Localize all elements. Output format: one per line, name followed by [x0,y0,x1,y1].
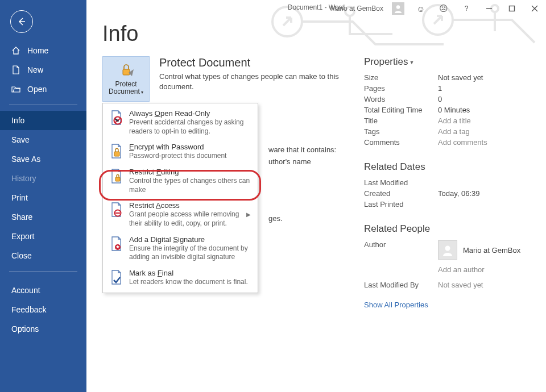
property-value[interactable]: Add a title [438,116,471,125]
maximize-button[interactable] [500,0,523,17]
inspect-document-partial: ware that it contains: uthor's name [268,144,336,168]
menu-item-always-open-read-only[interactable]: Always Open Read-Only Prevent accidental… [103,106,258,139]
menu-item-encrypt-with-password[interactable]: Encrypt with Password Password-protect t… [103,139,258,164]
button-label: Protect [115,80,136,88]
property-row: Words0 [364,94,546,105]
sidebar-item-home[interactable]: Home [0,41,86,60]
sidebar-item-save[interactable]: Save [0,130,86,149]
digital-signature-icon [109,236,123,253]
properties-panel: Properties▼ SizeNot saved yetPages1Words… [364,56,546,309]
svg-rect-7 [123,69,130,75]
home-icon [11,46,20,55]
help-button[interactable]: ? [455,0,478,17]
sidebar-label: New [27,65,43,74]
date-row: Last Modified [364,177,546,188]
smile-icon: ☺ [416,4,425,14]
menu-item-desc: Password-protect this document [129,152,252,161]
sidebar-item-save-as[interactable]: Save As [0,149,86,169]
menu-item-restrict-access[interactable]: Restrict Access Grant people access whil… [103,198,258,231]
property-value[interactable]: Add comments [438,138,487,147]
section-heading: Protect Document [159,56,341,69]
sidebar-separator [9,105,77,105]
sidebar-label: Info [11,116,24,125]
date-row: CreatedToday, 06:39 [364,188,546,199]
property-value: 1 [438,84,442,93]
sidebar-item-history: History [0,169,86,188]
author-entry[interactable]: Mario at GemBox [438,240,520,260]
menu-item-mark-as-final[interactable]: Mark as Final Let readers know the docum… [103,265,258,290]
menu-item-desc: Control the types of changes others can … [129,177,252,194]
svg-rect-11 [115,177,120,181]
sidebar-label: Print [11,193,28,202]
sidebar-label: Account [11,286,40,295]
sidebar-label: Save As [11,155,40,164]
property-value[interactable]: Add a tag [438,127,470,136]
sidebar-item-feedback[interactable]: Feedback [0,300,86,319]
protect-document-menu: Always Open Read-Only Prevent accidental… [102,103,258,293]
chevron-down-icon: ▾ [140,90,143,95]
svg-rect-6 [510,6,515,11]
readonly-icon [109,110,123,127]
menu-item-restrict-editing[interactable]: Restrict Editing Control the types of ch… [103,164,258,198]
sidebar-label: Options [11,324,39,333]
menu-item-title: Add a Digital Signature [129,235,252,244]
sidebar-label: Feedback [11,305,46,314]
protect-shield-icon [118,62,135,78]
menu-item-add-digital-signature[interactable]: Add a Digital Signature Ensure the integ… [103,232,258,265]
property-label: Size [364,73,438,82]
mark-final-icon [109,270,123,287]
backstage-sidebar: Home New Open Info Save Save As History … [0,0,86,392]
submenu-arrow-icon: ▶ [246,211,252,218]
section-description: Control what types of changes people can… [159,72,341,92]
property-label: Total Editing Time [364,106,438,114]
sidebar-item-print[interactable]: Print [0,188,86,207]
property-label: Words [364,95,438,103]
sidebar-item-new[interactable]: New [0,60,86,80]
sidebar-item-account[interactable]: Account [0,281,86,300]
show-all-properties-link[interactable]: Show All Properties [364,301,546,309]
sidebar-item-share[interactable]: Share [0,207,86,227]
minimize-button[interactable] [478,0,500,17]
menu-item-title: Restrict Editing [129,168,252,176]
protect-document-button[interactable]: ProtectDocument ▾ [102,56,150,102]
user-avatar-button[interactable] [387,0,410,17]
new-doc-icon [11,65,20,74]
sidebar-separator [9,271,77,272]
restrict-access-icon [109,202,123,219]
properties-heading[interactable]: Properties▼ [364,56,546,68]
avatar-icon [438,240,457,260]
property-row: SizeNot saved yet [364,72,546,83]
close-window-button[interactable] [523,0,546,17]
last-modified-by-value: Not saved yet [438,281,483,289]
svg-point-15 [445,246,450,251]
property-label: Pages [364,84,438,93]
menu-item-title: Mark as Final [129,269,252,277]
page-title: Info [102,22,546,46]
back-arrow-icon [16,16,27,27]
feedback-sad-button[interactable]: ☹ [432,0,455,17]
sidebar-item-close[interactable]: Close [0,246,86,265]
author-label: Author [364,240,438,274]
encrypt-icon [109,144,123,161]
back-button[interactable] [10,10,33,33]
sidebar-item-info[interactable]: Info [0,111,86,130]
date-label: Created [364,189,438,198]
menu-item-title: Always Open Read-Only [129,109,252,118]
frown-icon: ☹ [439,3,448,14]
sidebar-label: History [11,174,36,183]
titlebar: Document1 - Word Mario at GemBox ☺ ☹ ? [86,0,546,17]
property-value: 0 [438,95,442,103]
sidebar-item-open[interactable]: Open [0,80,86,99]
backstage-main: Document1 - Word Mario at GemBox ☺ ☹ ? I… [86,0,546,392]
property-row: CommentsAdd comments [364,137,546,148]
property-label: Title [364,116,438,125]
feedback-happy-button[interactable]: ☺ [410,0,432,17]
avatar-icon [392,2,404,15]
add-author-link[interactable]: Add an author [438,265,520,274]
property-row: TagsAdd a tag [364,126,546,137]
menu-item-desc: Ensure the integrity of the document by … [129,244,252,262]
sidebar-item-options[interactable]: Options [0,319,86,339]
date-value: Today, 06:39 [438,189,479,198]
property-row: Pages1 [364,83,546,94]
sidebar-item-export[interactable]: Export [0,227,86,246]
